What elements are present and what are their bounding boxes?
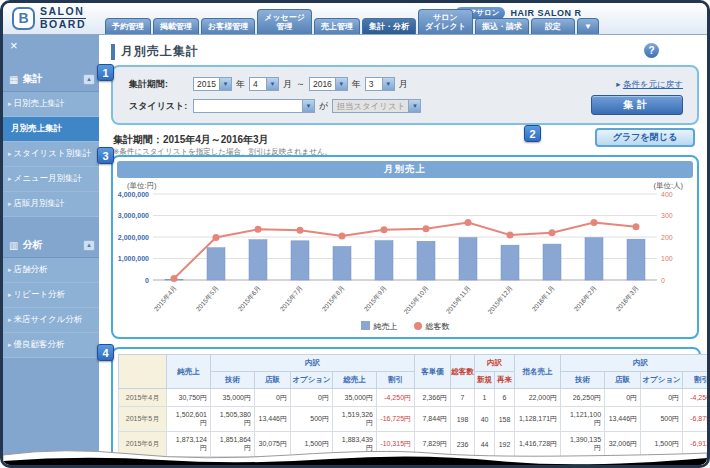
chart-legend: 純売上 総客数: [113, 321, 697, 332]
svg-text:2015年10月: 2015年10月: [402, 284, 430, 314]
table-header-cell: 再来: [495, 372, 515, 389]
chevron-right-icon: ▸: [8, 291, 12, 298]
table-cell: 1,250円: [291, 457, 333, 468]
sidebar-item[interactable]: ▸メニュー月別集計: [3, 167, 99, 192]
table-header-cell: オプション: [641, 372, 683, 389]
sidebar-close-icon[interactable]: ×: [3, 35, 23, 53]
table-cell: 1,390,135円: [561, 432, 605, 457]
month-from-select[interactable]: 4▼: [249, 77, 279, 91]
sidebar-section-header: ▦集計▲: [3, 67, 99, 92]
table-header-cell: 総客数: [451, 355, 475, 389]
ga-label: が: [319, 100, 328, 113]
table-cell: 1,416,728円: [515, 432, 561, 457]
svg-text:200: 200: [661, 234, 673, 241]
svg-text:300: 300: [661, 212, 673, 219]
chevron-right-icon: ▸: [8, 150, 12, 157]
chevron-right-icon: ▸: [8, 266, 12, 273]
table-row: 2015年6月1,873,124円1,851,864円30,075円1,500円…: [119, 432, 710, 457]
year-to-select[interactable]: 2016▼: [309, 77, 348, 91]
month-to-select[interactable]: 3▼: [365, 77, 395, 91]
callout-badge-1: 1: [97, 64, 114, 81]
table-cell: 35,000円: [333, 389, 377, 407]
table-cell: 7,962円: [415, 457, 451, 468]
reset-conditions-link[interactable]: ▸ 条件を元に戻す: [616, 79, 683, 91]
table-cell: 32,006円: [605, 432, 641, 457]
monthly-sales-table: 純売上内訳客単価総客数内訳指名売上内訳指名数技術店販オプション総売上割引新規再来…: [118, 354, 710, 468]
sidebar-item[interactable]: ▸スタイリスト別集計: [3, 142, 99, 167]
line-legend-swatch: [414, 322, 422, 330]
chevron-down-icon: ▼: [266, 78, 278, 90]
table-cell: 1,500円: [291, 432, 333, 457]
svg-text:2015年11月: 2015年11月: [444, 284, 472, 314]
collapse-icon[interactable]: ▲: [83, 74, 95, 85]
svg-text:2015年6月: 2015年6月: [236, 284, 262, 313]
nav-more-tab[interactable]: ▼: [577, 18, 599, 34]
sidebar-item[interactable]: ▸店販月別集計: [3, 192, 99, 217]
stylist-label: スタイリスト:: [129, 100, 189, 113]
nav-tab[interactable]: お客様管理: [201, 18, 255, 34]
table-header-cell: 店販: [255, 372, 291, 389]
table-header-cell: 純売上: [167, 355, 211, 389]
stylist-type-select[interactable]: 担当スタイリスト▼: [332, 99, 421, 113]
table-cell: 1: [475, 389, 495, 407]
chevron-down-icon: ▼: [302, 100, 314, 112]
table-cell: 2015年5月: [119, 407, 167, 432]
stylist-select[interactable]: ▼: [193, 99, 315, 113]
page-title-row: 月別売上集計: [111, 43, 199, 60]
chevron-down-icon: ▼: [382, 78, 394, 90]
year-suffix: 年: [352, 78, 361, 91]
section-icon: ▦: [9, 74, 18, 85]
main-content: 月別売上集計 ? 集計期間: 2015▼ 年 4▼ 月 ～ 2016▼ 年 3▼…: [99, 35, 707, 465]
collapse-icon[interactable]: ▲: [83, 240, 95, 251]
nav-tab[interactable]: 予約管理: [105, 18, 151, 34]
nav-tab[interactable]: 掲載管理: [153, 18, 199, 34]
svg-text:2015年4月: 2015年4月: [152, 284, 178, 313]
table-header-cell: 技術: [211, 372, 255, 389]
title-accent-bar: [111, 44, 115, 60]
month-suffix: 月: [283, 78, 292, 91]
table-cell: 192: [495, 432, 515, 457]
callout-badge-3: 3: [97, 147, 114, 164]
nav-tab[interactable]: サロン ダイレクト: [418, 9, 473, 34]
nav-tab[interactable]: 振込・請求: [475, 18, 529, 34]
sidebar-item[interactable]: ▸店舗分析: [3, 258, 99, 283]
year-from-select[interactable]: 2015▼: [193, 77, 232, 91]
svg-text:2015年7月: 2015年7月: [278, 284, 304, 313]
chart-title: 月別売上: [117, 161, 693, 178]
logo-line2: BOARD: [40, 18, 86, 30]
table-cell: 40: [475, 407, 495, 432]
sidebar-item[interactable]: ▸日別売上集計: [3, 92, 99, 117]
bar-legend-swatch: [361, 321, 370, 330]
svg-text:2016年3月: 2016年3月: [614, 284, 640, 313]
table-cell: 1,452,921円: [515, 457, 561, 468]
table-cell: 236: [451, 432, 475, 457]
table-cell: -6,875円: [683, 407, 710, 432]
table-cell: 40: [475, 457, 495, 468]
nav-tab[interactable]: 売上管理: [314, 18, 360, 34]
sidebar-item[interactable]: ▸来店サイクル分析: [3, 308, 99, 333]
help-icon[interactable]: ?: [644, 43, 659, 58]
table-cell: -4,250円: [377, 389, 415, 407]
sidebar-item[interactable]: ▸優良顧客分析: [3, 333, 99, 358]
table-cell: 1,873,124円: [167, 432, 211, 457]
table-cell: 7,829円: [415, 432, 451, 457]
sidebar-item[interactable]: ▸リピート分析: [3, 283, 99, 308]
close-graph-button[interactable]: グラフを閉じる: [595, 128, 695, 147]
salon-board-logo-text: SALON BOARD: [40, 6, 86, 30]
svg-text:0: 0: [145, 277, 149, 284]
table-cell: 26,250円: [561, 389, 605, 407]
sidebar-item[interactable]: 月別売上集計: [3, 117, 99, 142]
table-cell: 44: [475, 432, 495, 457]
table-cell: 6: [495, 389, 515, 407]
nav-tab[interactable]: メッセージ 管理: [257, 9, 312, 34]
table-cell: 500円: [641, 407, 683, 432]
filter-panel: 集計期間: 2015▼ 年 4▼ 月 ～ 2016▼ 年 3▼ 月 スタイリスト…: [111, 65, 699, 125]
table-cell: 1,505,380円: [211, 407, 255, 432]
nav-tab[interactable]: 設定: [531, 18, 575, 34]
nav-tab[interactable]: 集計・分析: [362, 18, 416, 34]
table-header-cell: 技術: [561, 372, 605, 389]
chevron-right-icon: ▸: [8, 341, 12, 348]
aggregate-button[interactable]: 集計: [591, 95, 683, 115]
period-label: 集計期間:: [129, 78, 189, 91]
svg-text:2015年8月: 2015年8月: [320, 284, 346, 313]
